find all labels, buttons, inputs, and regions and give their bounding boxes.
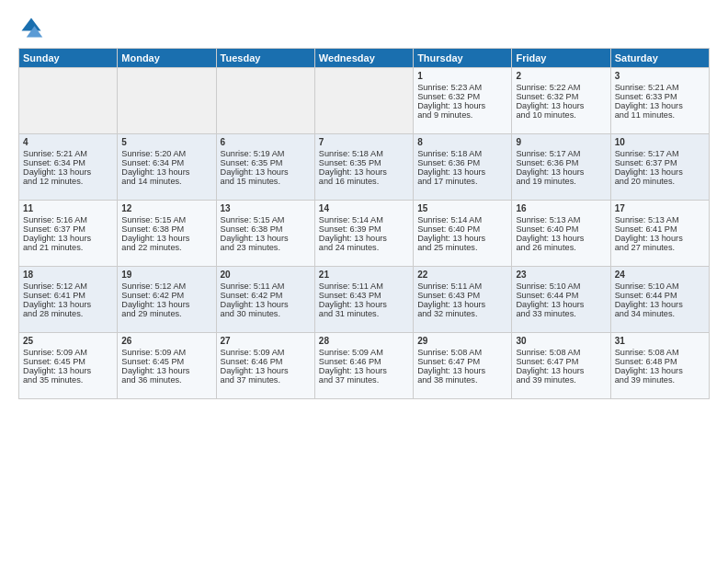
calendar-cell: 3Sunrise: 5:21 AMSunset: 6:33 PMDaylight… [610, 68, 709, 134]
cell-line: and 37 minutes. [319, 375, 409, 385]
week-row-3: 11Sunrise: 5:16 AMSunset: 6:37 PMDayligh… [19, 201, 710, 267]
cell-line: Daylight: 13 hours [23, 167, 113, 177]
cell-line: Sunset: 6:47 PM [417, 357, 507, 366]
cell-line: Daylight: 13 hours [221, 167, 311, 177]
calendar-cell: 10Sunrise: 5:17 AMSunset: 6:37 PMDayligh… [610, 134, 709, 201]
calendar-cell [216, 68, 314, 134]
cell-line: Sunrise: 5:22 AM [516, 83, 606, 92]
cell-line: Sunrise: 5:09 AM [121, 348, 211, 357]
day-number: 6 [221, 137, 311, 147]
calendar-cell: 17Sunrise: 5:13 AMSunset: 6:41 PMDayligh… [610, 201, 709, 267]
cell-line: Daylight: 13 hours [516, 300, 606, 309]
day-number: 28 [319, 336, 409, 346]
calendar-cell: 7Sunrise: 5:18 AMSunset: 6:35 PMDaylight… [314, 134, 413, 201]
cell-line: and 32 minutes. [417, 309, 507, 318]
calendar-cell: 2Sunrise: 5:22 AMSunset: 6:32 PMDaylight… [512, 68, 610, 134]
cell-line: Sunset: 6:33 PM [615, 92, 705, 101]
calendar-cell: 30Sunrise: 5:08 AMSunset: 6:47 PMDayligh… [512, 333, 610, 399]
cell-line: Daylight: 13 hours [615, 234, 705, 243]
day-number: 4 [23, 137, 113, 147]
cell-line: Daylight: 13 hours [221, 234, 311, 243]
calendar-cell: 9Sunrise: 5:17 AMSunset: 6:36 PMDaylight… [512, 134, 610, 201]
cell-line: Sunset: 6:41 PM [615, 224, 705, 234]
calendar-cell: 31Sunrise: 5:08 AMSunset: 6:48 PMDayligh… [610, 333, 709, 399]
cell-line: and 34 minutes. [615, 309, 705, 318]
cell-line: Sunset: 6:38 PM [121, 224, 211, 234]
cell-line: and 37 minutes. [221, 375, 311, 385]
calendar-cell: 22Sunrise: 5:11 AMSunset: 6:43 PMDayligh… [414, 267, 512, 333]
calendar-cell: 11Sunrise: 5:16 AMSunset: 6:37 PMDayligh… [19, 201, 118, 267]
cell-line: Sunset: 6:42 PM [221, 291, 311, 300]
day-number: 22 [417, 270, 507, 280]
cell-line: Sunset: 6:39 PM [319, 224, 409, 234]
cell-line: Sunset: 6:37 PM [615, 158, 705, 167]
cell-line: Daylight: 13 hours [615, 300, 705, 309]
day-number: 12 [121, 203, 211, 213]
cell-line: Daylight: 13 hours [516, 234, 606, 243]
cell-line: Sunrise: 5:17 AM [516, 149, 606, 158]
cell-line: Sunset: 6:47 PM [516, 357, 606, 366]
calendar-cell: 24Sunrise: 5:10 AMSunset: 6:44 PMDayligh… [610, 267, 709, 333]
day-number: 14 [319, 203, 409, 213]
cell-line: and 30 minutes. [221, 309, 311, 318]
page: SundayMondayTuesdayWednesdayThursdayFrid… [0, 0, 728, 563]
cell-line: Daylight: 13 hours [417, 300, 507, 309]
cell-line: Sunrise: 5:21 AM [615, 83, 705, 92]
cell-line: Daylight: 13 hours [121, 300, 211, 309]
day-number: 11 [23, 203, 113, 213]
cell-line: and 24 minutes. [319, 243, 409, 252]
cell-line: and 12 minutes. [23, 177, 113, 186]
calendar-cell: 5Sunrise: 5:20 AMSunset: 6:34 PMDaylight… [118, 134, 216, 201]
cell-line: Sunrise: 5:12 AM [23, 282, 113, 291]
cell-line: and 19 minutes. [516, 177, 606, 186]
cell-line: Daylight: 13 hours [221, 300, 311, 309]
calendar-cell: 15Sunrise: 5:14 AMSunset: 6:40 PMDayligh… [414, 201, 512, 267]
col-header-saturday: Saturday [610, 49, 709, 68]
cell-line: Sunrise: 5:13 AM [516, 215, 606, 224]
calendar-cell: 20Sunrise: 5:11 AMSunset: 6:42 PMDayligh… [216, 267, 314, 333]
cell-line: Sunrise: 5:10 AM [516, 282, 606, 291]
day-number: 24 [615, 270, 705, 280]
cell-line: Daylight: 13 hours [516, 366, 606, 375]
day-number: 1 [417, 71, 507, 81]
header [18, 15, 710, 40]
calendar-cell: 14Sunrise: 5:14 AMSunset: 6:39 PMDayligh… [314, 201, 413, 267]
calendar-cell: 4Sunrise: 5:21 AMSunset: 6:34 PMDaylight… [19, 134, 118, 201]
cell-line: Sunrise: 5:11 AM [319, 282, 409, 291]
calendar-cell: 25Sunrise: 5:09 AMSunset: 6:45 PMDayligh… [19, 333, 118, 399]
cell-line: and 39 minutes. [516, 375, 606, 385]
cell-line: Daylight: 13 hours [221, 366, 311, 375]
cell-line: Sunset: 6:46 PM [221, 357, 311, 366]
svg-marker-0 [22, 18, 41, 31]
cell-line: and 15 minutes. [221, 177, 311, 186]
cell-line: Daylight: 13 hours [319, 366, 409, 375]
cell-line: Sunset: 6:45 PM [23, 357, 113, 366]
cell-line: Sunrise: 5:09 AM [221, 348, 311, 357]
cell-line: and 22 minutes. [121, 243, 211, 252]
day-number: 30 [516, 336, 606, 346]
cell-line: Daylight: 13 hours [23, 234, 113, 243]
cell-line: Sunrise: 5:11 AM [221, 282, 311, 291]
cell-line: Sunset: 6:45 PM [121, 357, 211, 366]
cell-line: and 25 minutes. [417, 243, 507, 252]
cell-line: Daylight: 13 hours [516, 167, 606, 177]
cell-line: Sunrise: 5:08 AM [417, 348, 507, 357]
day-number: 27 [221, 336, 311, 346]
cell-line: Sunrise: 5:08 AM [615, 348, 705, 357]
cell-line: Sunrise: 5:14 AM [319, 215, 409, 224]
cell-line: Sunrise: 5:18 AM [319, 149, 409, 158]
cell-line: Daylight: 13 hours [516, 101, 606, 110]
cell-line: Sunrise: 5:11 AM [417, 282, 507, 291]
cell-line: Sunset: 6:34 PM [121, 158, 211, 167]
cell-line: and 33 minutes. [516, 309, 606, 318]
day-number: 7 [319, 137, 409, 147]
cell-line: and 29 minutes. [121, 309, 211, 318]
cell-line: Sunset: 6:35 PM [221, 158, 311, 167]
cell-line: Sunset: 6:42 PM [121, 291, 211, 300]
cell-line: Daylight: 13 hours [319, 234, 409, 243]
col-header-thursday: Thursday [414, 49, 512, 68]
cell-line: and 38 minutes. [417, 375, 507, 385]
cell-line: Sunset: 6:34 PM [23, 158, 113, 167]
header-row: SundayMondayTuesdayWednesdayThursdayFrid… [19, 49, 710, 68]
cell-line: and 39 minutes. [615, 375, 705, 385]
